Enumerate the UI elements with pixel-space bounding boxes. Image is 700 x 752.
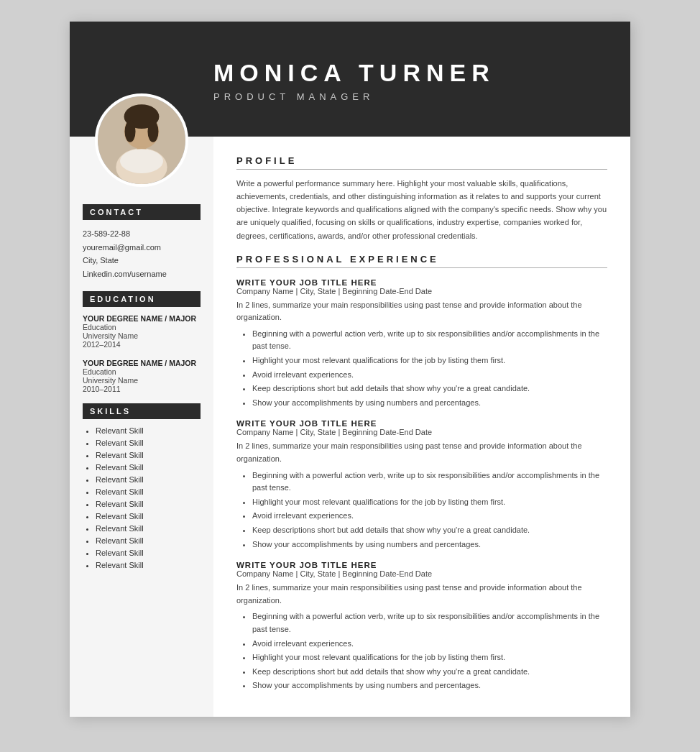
job-title-0: WRITE YOUR JOB TITLE HERE (236, 278, 607, 287)
svg-point-5 (147, 121, 158, 142)
edu-years-0: 2012–2014 (83, 340, 201, 349)
contact-linkedin: Linkedin.com/username (83, 267, 201, 281)
avatar-svg (98, 93, 185, 187)
job-company-1: Company Name | City, State | Beginning D… (236, 428, 607, 436)
job-bullet-0-3: Keep descriptions short but add details … (252, 382, 607, 395)
job-bullet-2-0: Beginning with a powerful action verb, w… (252, 610, 607, 636)
candidate-name: MONICA TURNER (213, 59, 602, 87)
skill-item-7: Relevant Skill (96, 512, 201, 521)
jobs-container: WRITE YOUR JOB TITLE HERECompany Name | … (236, 278, 607, 692)
photo-area (83, 93, 201, 187)
education-entries: YOUR DEGREE NAME / MAJOR Education Unive… (83, 314, 201, 393)
skill-item-8: Relevant Skill (96, 524, 201, 533)
job-bullets-1: Beginning with a powerful action verb, w… (236, 469, 607, 551)
skill-item-9: Relevant Skill (96, 536, 201, 545)
edu-degree-0: YOUR DEGREE NAME / MAJOR (83, 314, 201, 323)
job-bullet-2-2: Highlight your most relevant qualificati… (252, 651, 607, 664)
skill-item-6: Relevant Skill (96, 500, 201, 508)
experience-section-title: PROFESSIONAL EXPERIENCE (236, 254, 607, 268)
svg-point-7 (120, 149, 163, 173)
profile-text: Write a powerful performance summary her… (236, 177, 607, 242)
job-bullets-2: Beginning with a powerful action verb, w… (236, 610, 607, 692)
job-entry-2: WRITE YOUR JOB TITLE HERECompany Name | … (236, 561, 607, 692)
job-bullet-0-0: Beginning with a powerful action verb, w… (252, 328, 607, 353)
job-bullet-1-4: Show your accomplishments by using numbe… (252, 538, 607, 551)
edu-years-1: 2010–2011 (83, 385, 201, 393)
edu-field-1: Education (83, 367, 201, 376)
job-bullet-1-3: Keep descriptions short but add details … (252, 524, 607, 537)
contact-info: 23-589-22-88 youremail@gmail.com City, S… (83, 227, 201, 281)
edu-degree-1: YOUR DEGREE NAME / MAJOR (83, 359, 201, 367)
left-column: CONTACT 23-589-22-88 youremail@gmail.com… (70, 137, 213, 717)
job-bullet-2-4: Show your accomplishments by using numbe… (252, 679, 607, 692)
contact-phone: 23-589-22-88 (83, 227, 201, 241)
skills-list: Relevant SkillRelevant SkillRelevant Ski… (83, 426, 201, 569)
skills-label: SKILLS (83, 403, 201, 419)
job-summary-2: In 2 lines, summarize your main responsi… (236, 582, 607, 607)
job-summary-0: In 2 lines, summarize your main responsi… (236, 299, 607, 324)
job-bullet-0-1: Highlight your most relevant qualificati… (252, 354, 607, 367)
job-bullet-1-2: Avoid irrelevant experiences. (252, 510, 607, 523)
job-bullets-0: Beginning with a powerful action verb, w… (236, 328, 607, 410)
body-columns: CONTACT 23-589-22-88 youremail@gmail.com… (70, 137, 630, 717)
job-company-2: Company Name | City, State | Beginning D… (236, 569, 607, 578)
job-bullet-2-3: Keep descriptions short but add details … (252, 666, 607, 679)
job-bullet-1-0: Beginning with a powerful action verb, w… (252, 469, 607, 495)
job-title-2: WRITE YOUR JOB TITLE HERE (236, 561, 607, 569)
edu-entry-0: YOUR DEGREE NAME / MAJOR Education Unive… (83, 314, 201, 349)
skill-item-10: Relevant Skill (96, 549, 201, 557)
skill-item-0: Relevant Skill (96, 426, 201, 435)
job-bullet-0-2: Avoid irrelevant experiences. (252, 369, 607, 382)
contact-location: City, State (83, 254, 201, 267)
job-title-1: WRITE YOUR JOB TITLE HERE (236, 419, 607, 428)
skill-item-2: Relevant Skill (96, 451, 201, 459)
job-summary-1: In 2 lines, summarize your main responsi… (236, 440, 607, 465)
skill-item-5: Relevant Skill (96, 487, 201, 496)
right-column: PROFILE Write a powerful performance sum… (213, 137, 630, 717)
skill-item-3: Relevant Skill (96, 463, 201, 472)
job-company-0: Company Name | City, State | Beginning D… (236, 287, 607, 295)
skill-item-11: Relevant Skill (96, 561, 201, 569)
profile-photo (95, 93, 188, 187)
job-bullet-2-1: Avoid irrelevant experiences. (252, 638, 607, 651)
edu-entry-1: YOUR DEGREE NAME / MAJOR Education Unive… (83, 359, 201, 393)
job-bullet-0-4: Show your accomplishments by using numbe… (252, 397, 607, 410)
job-bullet-1-1: Highlight your most relevant qualificati… (252, 496, 607, 509)
edu-field-0: Education (83, 323, 201, 331)
contact-label: CONTACT (83, 204, 201, 220)
job-entry-1: WRITE YOUR JOB TITLE HERECompany Name | … (236, 419, 607, 551)
edu-uni-0: University Name (83, 331, 201, 340)
profile-section-title: PROFILE (236, 155, 607, 170)
svg-point-4 (125, 121, 136, 142)
candidate-title: PRODUCT MANAGER (213, 91, 602, 102)
contact-email: youremail@gmail.com (83, 241, 201, 255)
resume-document: MONICA TURNER PRODUCT MANAGER (70, 22, 630, 717)
job-entry-0: WRITE YOUR JOB TITLE HERECompany Name | … (236, 278, 607, 410)
edu-uni-1: University Name (83, 376, 201, 385)
skill-item-4: Relevant Skill (96, 475, 201, 484)
skill-item-1: Relevant Skill (96, 439, 201, 447)
education-label: EDUCATION (83, 291, 201, 307)
